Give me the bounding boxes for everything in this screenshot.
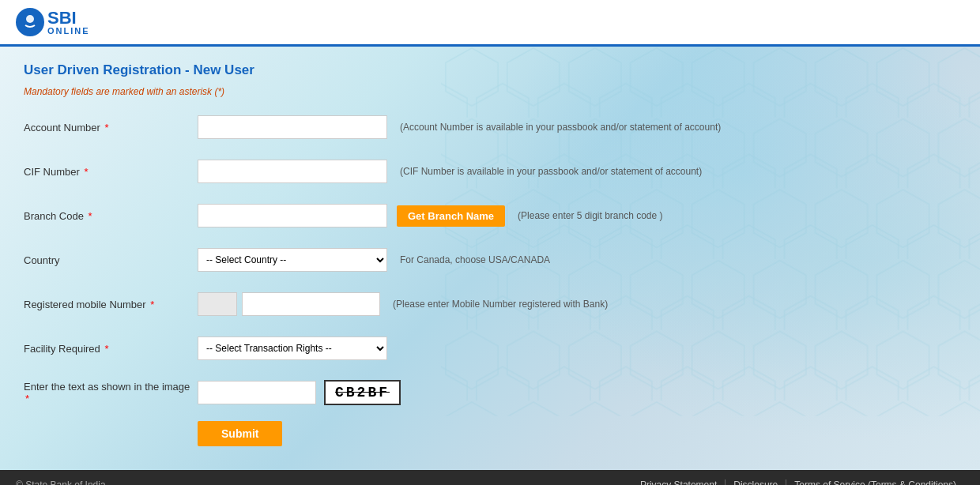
mobile-number-input[interactable] bbox=[242, 292, 380, 316]
logo-sbi-text: SBI bbox=[47, 9, 90, 27]
mobile-number-label: Registered mobile Number * bbox=[24, 299, 198, 310]
facility-select[interactable]: -- Select Transaction Rights -- View Onl… bbox=[198, 336, 387, 360]
form-area: User Driven Registration - New User Mand… bbox=[24, 62, 956, 446]
branch-code-hint: (Please enter 5 digit branch code ) bbox=[518, 210, 662, 221]
cif-number-hint: (CIF Number is available in your passboo… bbox=[400, 166, 702, 177]
account-number-label: Account Number * bbox=[24, 122, 198, 133]
cif-number-label: CIF Number * bbox=[24, 166, 198, 178]
page-title: User Driven Registration - New User bbox=[24, 62, 956, 78]
footer-copyright: © State Bank of India bbox=[16, 479, 106, 485]
captcha-row: Enter the text as shown in the image * C… bbox=[24, 377, 956, 408]
submit-row: Submit bbox=[198, 421, 956, 446]
captcha-input[interactable] bbox=[198, 381, 316, 404]
mobile-country-code-input[interactable] bbox=[198, 292, 237, 316]
country-row: Country -- Select Country -- USA/CANADA … bbox=[24, 244, 956, 276]
account-number-hint: (Account Number is available in your pas… bbox=[400, 122, 721, 133]
footer: © State Bank of India Privacy Statement … bbox=[0, 470, 980, 485]
logo-area: SBI ONLINE bbox=[16, 8, 90, 36]
country-hint: For Canada, choose USA/CANADA bbox=[400, 254, 550, 265]
mobile-hint: (Please enter Mobile Number registered w… bbox=[393, 299, 608, 310]
mobile-number-row: Registered mobile Number * (Please enter… bbox=[24, 288, 956, 320]
svg-point-0 bbox=[26, 15, 34, 23]
logo-text: SBI ONLINE bbox=[47, 9, 90, 36]
branch-code-input[interactable] bbox=[198, 204, 387, 227]
mobile-input-group bbox=[198, 292, 380, 316]
captcha-label: Enter the text as shown in the image * bbox=[24, 381, 198, 404]
country-label: Country bbox=[24, 254, 198, 266]
facility-required-label: Facility Required * bbox=[24, 343, 198, 355]
header: SBI ONLINE bbox=[0, 0, 980, 47]
privacy-statement-link[interactable]: Privacy Statement bbox=[632, 479, 726, 485]
branch-code-label: Branch Code * bbox=[24, 210, 198, 222]
branch-code-row: Branch Code * Get Branch Name (Please en… bbox=[24, 200, 956, 231]
submit-button[interactable]: Submit bbox=[198, 421, 282, 446]
captcha-image: CB2BF bbox=[324, 380, 401, 405]
get-branch-name-button[interactable]: Get Branch Name bbox=[397, 205, 505, 227]
facility-required-row: Facility Required * -- Select Transactio… bbox=[24, 333, 956, 364]
footer-links: Privacy Statement Disclosure Terms of Se… bbox=[632, 479, 964, 485]
terms-of-service-link[interactable]: Terms of Service (Terms & Conditions) bbox=[786, 479, 964, 485]
account-number-row: Account Number * (Account Number is avai… bbox=[24, 111, 956, 143]
account-number-input[interactable] bbox=[198, 115, 387, 139]
cif-number-row: CIF Number * (CIF Number is available in… bbox=[24, 156, 956, 187]
cif-number-input[interactable] bbox=[198, 160, 387, 183]
sbi-logo-icon bbox=[16, 8, 44, 36]
captcha-input-group: CB2BF bbox=[198, 380, 401, 405]
mandatory-note: Mandatory fields are marked with an aste… bbox=[24, 86, 956, 97]
disclosure-link[interactable]: Disclosure bbox=[726, 479, 786, 485]
main-content: User Driven Registration - New User Mand… bbox=[0, 47, 980, 470]
logo-online-text: ONLINE bbox=[47, 27, 90, 36]
country-select[interactable]: -- Select Country -- USA/CANADA INDIA UK… bbox=[198, 248, 387, 272]
